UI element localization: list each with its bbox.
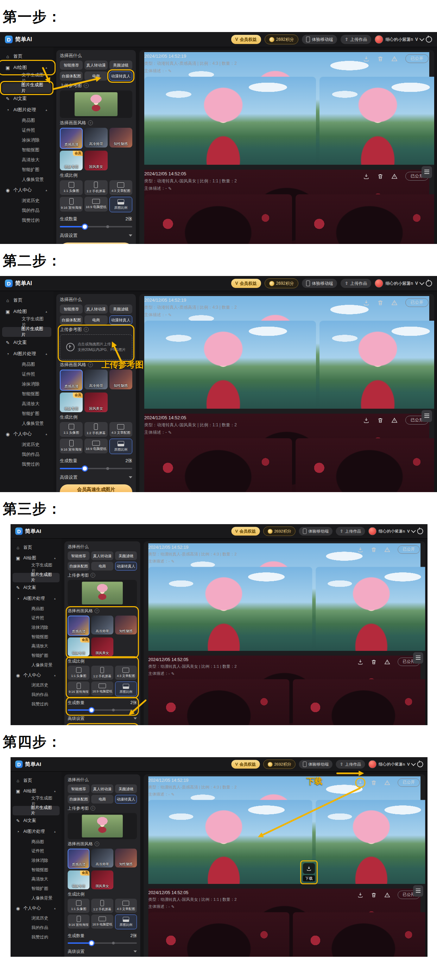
reference-image-preview[interactable] <box>68 813 137 839</box>
nav-ai-draw[interactable]: ▣ AI绘图 ▴ <box>11 786 62 797</box>
sidebar-item[interactable]: 文字生成图片 <box>0 73 54 83</box>
style-option[interactable]: 高冷帅哥 <box>92 616 113 634</box>
sidebar-item[interactable]: 我赞过的 <box>0 215 54 225</box>
generated-image-1[interactable] <box>148 679 289 725</box>
generated-image-2[interactable] <box>316 567 425 651</box>
report-button[interactable] <box>391 56 397 62</box>
mobile-app-button[interactable]: 体验移动端 <box>302 279 337 288</box>
what-option-button[interactable]: 真人转动漫 <box>84 60 107 70</box>
what-option-button[interactable]: 真人转动漫 <box>92 784 113 793</box>
ratio-option[interactable]: 16:9 电脑壁纸 <box>84 439 107 453</box>
report-button[interactable] <box>391 299 397 306</box>
what-option-button[interactable]: 电商 <box>92 795 113 803</box>
style-option[interactable]: 质感高清 <box>60 128 83 149</box>
report-button[interactable] <box>384 892 390 897</box>
sidebar-item[interactable]: 证件照 <box>0 369 54 379</box>
ratio-option[interactable]: 原图比例 <box>110 439 132 454</box>
what-option-button[interactable]: 电商 <box>84 315 107 325</box>
published-badge[interactable]: 已公开 <box>405 298 429 307</box>
what-option-button[interactable]: 自媒体配图 <box>60 315 83 325</box>
sidebar-item[interactable]: 智能抠图 <box>11 632 62 642</box>
slider-knob[interactable] <box>82 224 88 230</box>
report-button[interactable] <box>384 780 390 786</box>
nav-ai-draw[interactable]: ▣ AI绘图 ▴ <box>0 62 54 73</box>
btn-anime2real[interactable]: 动漫转真人 <box>110 72 132 81</box>
what-option-button[interactable]: 智能推荐 <box>68 784 89 793</box>
side-float-button[interactable] <box>421 166 432 178</box>
sidebar-item[interactable]: 浏览历史 <box>11 681 62 690</box>
upload-works-button[interactable]: ⇧上传作品 <box>336 527 365 536</box>
sidebar-item[interactable]: 证件照 <box>11 846 62 856</box>
qty-slider[interactable] <box>60 465 132 472</box>
sidebar-item[interactable]: ✎ AI文案 <box>0 93 54 104</box>
generated-image-1[interactable] <box>144 77 316 165</box>
side-float-button[interactable] <box>413 885 423 897</box>
sidebar-item[interactable]: 浏览历史 <box>0 440 54 450</box>
sidebar-item[interactable]: 涂抹消除 <box>11 856 62 865</box>
sidebar-item[interactable]: ⌂ 首页 <box>11 542 62 553</box>
vip-benefits-button[interactable]: V会员权益 <box>231 279 261 288</box>
published-badge[interactable]: 已公开 <box>397 778 420 787</box>
sidebar-item[interactable]: ◉ 个人中心 ▴ <box>0 428 54 440</box>
sidebar-item[interactable]: ◉ 个人中心 ▴ <box>11 670 62 681</box>
power-icon[interactable] <box>426 36 432 43</box>
sidebar-item[interactable]: 智能抠图 <box>0 145 54 155</box>
ratio-option[interactable]: 16:9 电脑壁纸 <box>92 915 113 929</box>
sidebar-item[interactable]: 我的作品 <box>11 923 62 932</box>
sidebar-item[interactable]: ✎ AI文案 <box>11 815 62 826</box>
what-option-button[interactable]: 美颜滤镜 <box>110 304 132 313</box>
btn-anime2real[interactable]: 动漫转真人 <box>110 315 132 325</box>
sidebar-item[interactable]: 涂抹消除 <box>0 379 54 389</box>
ratio-option[interactable]: 9:16 宣传海报 <box>60 197 83 212</box>
image-download-button[interactable] <box>303 863 315 874</box>
edit-pencil-icon[interactable]: ✎ <box>168 68 172 73</box>
report-button[interactable] <box>391 417 397 423</box>
ratio-option[interactable]: 16:9 电脑壁纸 <box>92 681 113 695</box>
sidebar-item[interactable]: 商品图 <box>0 115 54 125</box>
sidebar-item[interactable]: 我赞过的 <box>0 460 54 469</box>
btn-anime2real[interactable]: 动漫转真人 <box>115 562 137 571</box>
edit-pencil-icon[interactable]: ✎ <box>168 313 172 318</box>
slider-knob[interactable] <box>89 940 95 946</box>
delete-button[interactable] <box>377 56 383 62</box>
generated-image-2[interactable] <box>296 438 434 492</box>
report-button[interactable] <box>384 547 390 553</box>
advanced-settings-toggle[interactable]: 高级设置 <box>60 232 132 239</box>
style-option[interactable]: 国风美女 <box>92 870 113 889</box>
style-option[interactable]: 知性魅惑 <box>115 616 137 634</box>
upload-works-button[interactable]: ⇧上传作品 <box>341 35 371 44</box>
btn-anime2real[interactable]: 动漫转真人 <box>115 795 137 803</box>
sidebar-item[interactable]: 商品图 <box>11 604 62 613</box>
card1-download-button[interactable] <box>358 892 364 897</box>
style-option[interactable]: 国风美女 <box>84 393 107 412</box>
upload-dropzone[interactable]: 点击或拖拽图片上传，支持20M以内JPG、PNG图片 <box>60 334 132 360</box>
qty-slider[interactable] <box>68 940 137 946</box>
sidebar-item[interactable]: 文字生成图片 <box>11 797 62 806</box>
nav-ai-draw[interactable]: ▣ AI绘图 ▴ <box>0 306 54 317</box>
sidebar-item[interactable]: 高清放大 <box>0 399 54 409</box>
ratio-option[interactable]: 4:3 文章配图 <box>115 666 137 680</box>
card1-download-button[interactable] <box>363 417 369 423</box>
cta-button[interactable]: 会员高速生成图片 (消耗2积分) <box>60 484 132 492</box>
sidebar-item[interactable]: ⌂ 首页 <box>11 775 62 786</box>
cta-button[interactable]: 会员高速生成图片 (消耗2积分) <box>60 243 132 244</box>
what-option-button[interactable]: 美颜滤镜 <box>110 60 132 70</box>
delete-button[interactable] <box>377 417 383 423</box>
what-option-button[interactable]: 自媒体配图 <box>68 562 89 571</box>
card0-download-button[interactable] <box>363 299 369 306</box>
sidebar-item[interactable]: 人像换背景 <box>0 418 54 428</box>
what-option-button[interactable]: 电商 <box>92 562 113 571</box>
generated-image-1[interactable] <box>144 438 292 492</box>
nav-img2img[interactable]: 图片生成图片 <box>13 806 60 815</box>
edit-pencil-icon[interactable]: ✎ <box>171 904 175 909</box>
mobile-app-button[interactable]: 体验移动端 <box>299 527 333 536</box>
edit-pencil-icon[interactable]: ✎ <box>168 430 172 435</box>
generated-image-1[interactable] <box>148 567 313 651</box>
sidebar-item[interactable]: 我赞过的 <box>11 932 62 942</box>
delete-button[interactable] <box>371 547 377 553</box>
sidebar-item[interactable]: 智能扩图 <box>0 165 54 175</box>
published-badge[interactable]: 已公开 <box>405 54 429 63</box>
advanced-settings-toggle[interactable]: 高级设置 <box>68 715 137 722</box>
sidebar-item[interactable]: 我的作品 <box>0 205 54 215</box>
edit-pencil-icon[interactable]: ✎ <box>171 559 175 563</box>
